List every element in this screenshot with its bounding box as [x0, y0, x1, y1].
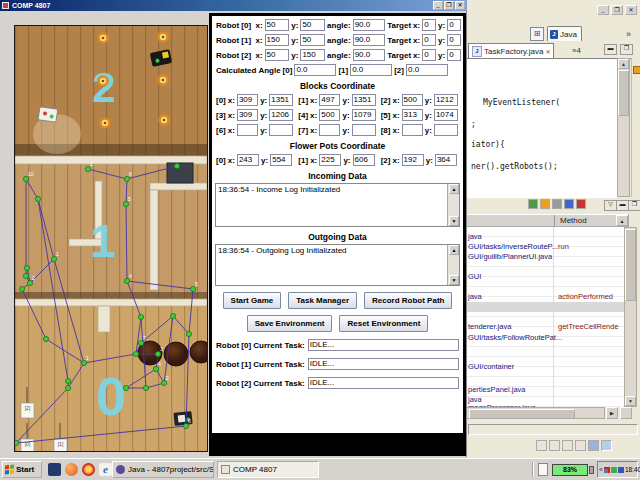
table-cell-method[interactable]: run	[558, 242, 569, 251]
column-divider[interactable]	[554, 215, 555, 227]
calc-angle-0-field[interactable]: 0.0	[294, 64, 336, 76]
pot-0-x-field[interactable]: 243	[237, 154, 259, 166]
table-hscrollbar[interactable]	[466, 407, 605, 419]
robot-2-target-x-field[interactable]: 0	[422, 49, 436, 61]
block-4-y-field[interactable]: 1079	[352, 109, 376, 121]
editor-scrollbar[interactable]: ▲	[617, 58, 630, 197]
reset-environment-button[interactable]: Reset Environment	[339, 315, 428, 332]
block-0-x-field[interactable]: 309	[237, 94, 258, 106]
pot-1-y-field[interactable]: 606	[353, 154, 375, 166]
table-row[interactable]: tenderer.java	[468, 322, 511, 331]
tray-chevron-icon[interactable]: «	[599, 466, 603, 473]
robot-1-target-y-field[interactable]: 0	[447, 34, 461, 46]
battery-app-icon[interactable]	[538, 463, 548, 476]
table-cell-method[interactable]: getTreeCellRende	[558, 322, 619, 331]
scrollbar-thumb[interactable]	[618, 70, 629, 116]
robot-2-y-field[interactable]: 150	[300, 49, 325, 61]
vpn-icon[interactable]	[618, 467, 624, 473]
robot-0-x-field[interactable]: 50	[265, 19, 290, 31]
pot-0-y-field[interactable]: 554	[270, 154, 292, 166]
table-row[interactable]: java	[468, 232, 482, 241]
ruler-marker-icon[interactable]	[633, 66, 640, 74]
robot-0-target-x-field[interactable]: 0	[422, 19, 436, 31]
scroll-up-icon[interactable]: ▲	[449, 245, 459, 255]
perspective-overflow-icon[interactable]: »	[626, 29, 631, 39]
tab-overflow-icon[interactable]: »4	[572, 46, 581, 55]
view-maximize2-icon[interactable]: ❐	[628, 200, 640, 211]
perspective-switcher-icon[interactable]: ⊞	[530, 27, 544, 41]
block-4-x-field[interactable]: 500	[319, 109, 340, 121]
robot-0-angle-field[interactable]: 90.0	[353, 19, 386, 31]
start-game-button[interactable]: Start Game	[223, 292, 282, 309]
wand-icon[interactable]	[575, 440, 586, 451]
minimize-icon[interactable]: _	[597, 5, 609, 15]
close-icon[interactable]: ✕	[455, 1, 465, 10]
robot-2-target-y-field[interactable]: 0	[447, 49, 461, 61]
start-button[interactable]: Start	[2, 461, 42, 478]
view-maximize-icon[interactable]: ❐	[620, 44, 633, 55]
block-0-y-field[interactable]: 1351	[269, 94, 293, 106]
layout-icon[interactable]	[601, 440, 612, 451]
block-2-x-field[interactable]: 500	[402, 94, 423, 106]
robot-2-angle-field[interactable]: 90.0	[353, 49, 386, 61]
block-1-x-field[interactable]: 497	[319, 94, 340, 106]
robot-2-x-field[interactable]: 50	[265, 49, 290, 61]
table-scrollbar-thumb[interactable]	[625, 229, 636, 301]
save-environment-button[interactable]: Save Environment	[247, 315, 333, 332]
block-7-x-field[interactable]	[319, 124, 340, 136]
code-editor[interactable]: MyEventListener(;iator){ner().getRobots(…	[466, 58, 617, 198]
block-8-y-field[interactable]	[434, 124, 458, 136]
block-5-x-field[interactable]: 313	[402, 109, 423, 121]
scroll-up-icon[interactable]: ▲	[449, 184, 459, 194]
edit-icon[interactable]	[562, 440, 573, 451]
camera-view[interactable]: 210[2][0][1]101851245173426	[14, 25, 208, 452]
sync-icon[interactable]	[549, 440, 560, 451]
view-minimize-icon[interactable]: ▬	[604, 44, 617, 55]
battery-indicator[interactable]: 83%	[552, 464, 588, 476]
block-2-y-field[interactable]: 1212	[434, 94, 458, 106]
scroll-down-icon[interactable]: ▼	[449, 216, 459, 226]
table-row[interactable]: pertiesPanel.java	[468, 385, 526, 394]
close-icon[interactable]: ✕	[625, 5, 637, 15]
restore-icon[interactable]: ❐	[611, 5, 623, 15]
table-row[interactable]: java	[468, 292, 482, 301]
outgoing-log[interactable]: 18:36:54 - Outgoing Log Initializated ▲ …	[215, 244, 460, 286]
console-icon[interactable]	[588, 440, 599, 451]
hscrollbar-thumb[interactable]	[469, 409, 575, 419]
ie-icon[interactable]: e	[99, 463, 112, 476]
java-perspective-button[interactable]: J Java	[547, 26, 582, 41]
scroll-down-icon[interactable]: ▼	[449, 275, 459, 285]
tab-taskfactory[interactable]: J TaskFactory.java ✕	[468, 43, 554, 59]
block-3-x-field[interactable]: 309	[237, 109, 258, 121]
robot-1-angle-field[interactable]: 90.0	[353, 34, 386, 46]
calc-angle-2-field[interactable]: 0.0	[406, 64, 448, 76]
block-1-y-field[interactable]: 1351	[352, 94, 376, 106]
table-scrollbar[interactable]: ▼	[624, 227, 637, 407]
network-icon[interactable]	[604, 467, 610, 473]
robot-1-task-field[interactable]: IDLE...	[308, 358, 459, 370]
record-robot-path-button[interactable]: Record Robot Path	[364, 292, 452, 309]
pot-1-x-field[interactable]: 225	[319, 154, 341, 166]
taskbar-task-comp4807[interactable]: COMP 4807	[217, 461, 319, 478]
stop-icon[interactable]	[552, 199, 562, 209]
incoming-log-scrollbar[interactable]: ▲ ▼	[447, 184, 459, 226]
minimize-icon[interactable]: _	[433, 1, 443, 10]
firefox-icon[interactable]	[65, 463, 78, 476]
table-row[interactable]: GUI/tasks/FollowRoutePat...	[468, 333, 562, 342]
title-bar[interactable]: COMP 4807 _ ❐ ✕	[0, 0, 467, 11]
robot-1-target-x-field[interactable]: 0	[422, 34, 436, 46]
pot-2-y-field[interactable]: 364	[435, 154, 457, 166]
table-header[interactable]: Method ▲	[466, 214, 629, 227]
incoming-log[interactable]: 18:36:54 - Income Log Initializated ▲ ▼	[215, 183, 460, 227]
media-player-icon[interactable]	[48, 463, 61, 476]
search-results-table[interactable]: javaGUI/tasks/InverseRouteP...runGUI/gui…	[466, 227, 624, 407]
table-row[interactable]: GUI/guilib/PlannerUI.java	[468, 252, 552, 261]
block-3-y-field[interactable]: 1206	[269, 109, 293, 121]
pause-icon[interactable]	[540, 199, 550, 209]
robot-0-y-field[interactable]: 50	[300, 19, 325, 31]
scroll-right-icon[interactable]: ▶	[606, 407, 618, 419]
chart-icon[interactable]	[564, 199, 574, 209]
maximize-icon[interactable]: ❐	[444, 1, 454, 10]
corner-resize-icon[interactable]	[620, 407, 632, 419]
table-row[interactable]: GUI/container	[468, 362, 514, 371]
